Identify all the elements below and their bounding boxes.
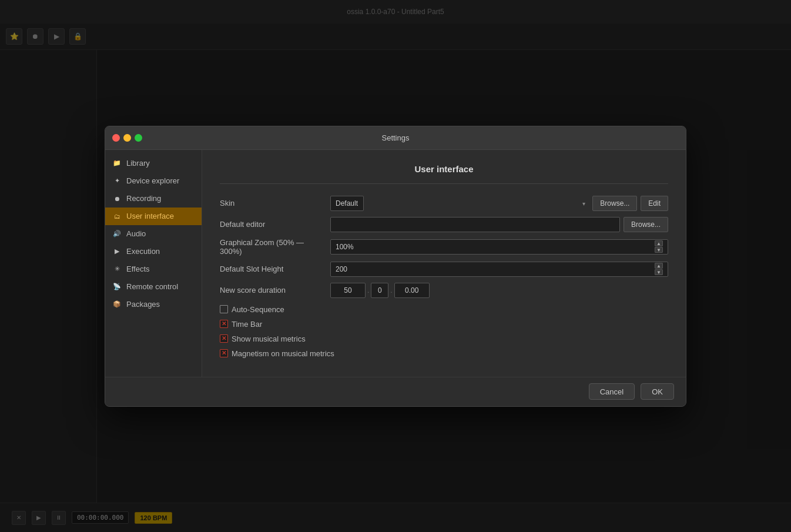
close-button[interactable]	[112, 134, 120, 142]
sidebar-item-execution[interactable]: ▶ Execution	[105, 243, 202, 260]
magnetism-on-musical-metrics-row: ✕ Magnetism on musical metrics	[220, 348, 668, 359]
magnetism-on-musical-metrics-check-mark: ✕	[222, 350, 226, 356]
graphical-zoom-value: 100%	[336, 243, 354, 251]
sidebar-label-user-interface: User interface	[126, 212, 174, 220]
packages-icon: 📦	[112, 300, 122, 309]
remote-control-icon: 📡	[112, 282, 122, 292]
skin-label: Skin	[220, 199, 326, 208]
graphical-zoom-control: 100% ▲ ▼	[330, 239, 668, 255]
duration-sep-2: .	[390, 283, 393, 298]
time-bar-row: ✕ Time Bar	[220, 319, 668, 330]
minimize-button[interactable]	[123, 134, 131, 142]
effects-icon: ✳	[112, 265, 122, 274]
dialog-footer: Cancel OK	[105, 377, 686, 406]
auto-sequence-checkbox[interactable]	[220, 305, 228, 313]
default-slot-height-row: Default Slot Height 200 ▲ ▼	[220, 262, 668, 277]
dialog-titlebar: Settings	[105, 126, 686, 150]
default-slot-height-label: Default Slot Height	[220, 265, 326, 273]
graphical-zoom-up[interactable]: ▲	[655, 240, 663, 246]
dialog-body: 📁 Library ✦ Device explorer ⏺ Recording …	[105, 150, 686, 377]
default-slot-height-arrows: ▲ ▼	[655, 263, 663, 275]
user-interface-icon: 🗂	[112, 212, 122, 221]
auto-sequence-row: Auto-Sequence	[220, 304, 668, 315]
dialog-title: Settings	[382, 133, 410, 142]
sidebar-item-library[interactable]: 📁 Library	[105, 155, 202, 172]
graphical-zoom-arrows: ▲ ▼	[655, 240, 663, 253]
show-musical-metrics-label[interactable]: Show musical metrics	[232, 334, 306, 343]
skin-browse-button[interactable]: Browse...	[592, 196, 637, 211]
default-editor-input[interactable]	[330, 217, 620, 232]
skin-select[interactable]: Default	[330, 196, 364, 211]
cancel-button[interactable]: Cancel	[589, 383, 635, 400]
graphical-zoom-down[interactable]: ▼	[655, 247, 663, 253]
skin-row: Skin Default Browse... Edit	[220, 196, 668, 211]
checkboxes-section: Auto-Sequence ✕ Time Bar ✕ Show musical …	[220, 304, 668, 359]
default-slot-height-down[interactable]: ▼	[655, 269, 663, 275]
sidebar-label-audio: Audio	[126, 229, 146, 238]
device-explorer-icon: ✦	[112, 176, 122, 186]
graphical-zoom-row: Graphical Zoom (50% — 300%) 100% ▲ ▼	[220, 238, 668, 256]
sidebar-item-user-interface[interactable]: 🗂 User interface	[105, 208, 202, 225]
execution-icon: ▶	[112, 247, 122, 256]
default-slot-height-up[interactable]: ▲	[655, 263, 663, 269]
sidebar-label-execution: Execution	[126, 247, 160, 256]
default-slot-height-control: 200 ▲ ▼	[330, 262, 668, 277]
main-content: User interface Skin Default Browse... Ed…	[202, 150, 686, 377]
default-editor-browse-button[interactable]: Browse...	[624, 217, 668, 232]
skin-control: Default Browse... Edit	[330, 196, 668, 211]
skin-edit-button[interactable]: Edit	[641, 196, 668, 211]
dialog-overlay: Settings 📁 Library ✦ Device explorer ⏺ R…	[0, 0, 791, 532]
duration-part-3[interactable]	[394, 283, 430, 298]
sidebar-label-device-explorer: Device explorer	[126, 176, 179, 185]
recording-icon: ⏺	[112, 194, 122, 203]
ok-button[interactable]: OK	[641, 383, 674, 400]
sidebar-item-effects[interactable]: ✳ Effects	[105, 260, 202, 278]
default-editor-row: Default editor Browse...	[220, 217, 668, 232]
duration-sep-1: .	[367, 283, 370, 298]
settings-dialog: Settings 📁 Library ✦ Device explorer ⏺ R…	[105, 126, 686, 407]
show-musical-metrics-checkbox[interactable]: ✕	[220, 334, 228, 343]
sidebar-item-packages[interactable]: 📦 Packages	[105, 296, 202, 313]
show-musical-metrics-row: ✕ Show musical metrics	[220, 333, 668, 344]
sidebar-item-recording[interactable]: ⏺ Recording	[105, 190, 202, 208]
duration-part-2[interactable]	[371, 283, 388, 298]
audio-icon: 🔊	[112, 229, 122, 239]
default-editor-control: Browse...	[330, 217, 668, 232]
default-slot-height-value: 200	[336, 265, 347, 273]
new-score-duration-control: . .	[330, 283, 668, 298]
show-musical-metrics-check-mark: ✕	[222, 336, 226, 342]
maximize-button[interactable]	[135, 134, 142, 142]
sidebar-label-packages: Packages	[126, 300, 160, 309]
section-divider	[220, 183, 668, 184]
sidebar-item-device-explorer[interactable]: ✦ Device explorer	[105, 172, 202, 190]
skin-select-wrapper: Default	[330, 196, 589, 211]
section-title: User interface	[220, 164, 668, 174]
magnetism-on-musical-metrics-checkbox[interactable]: ✕	[220, 349, 228, 357]
default-slot-height-spinner: 200 ▲ ▼	[330, 262, 668, 277]
new-score-duration-label: New score duration	[220, 286, 326, 295]
default-editor-label: Default editor	[220, 220, 326, 229]
sidebar-item-audio[interactable]: 🔊 Audio	[105, 225, 202, 243]
time-bar-check-mark: ✕	[222, 321, 226, 327]
duration-inputs: . .	[330, 283, 668, 298]
auto-sequence-label[interactable]: Auto-Sequence	[232, 305, 284, 314]
sidebar-label-library: Library	[126, 159, 150, 168]
sidebar-label-remote-control: Remote control	[126, 282, 178, 291]
library-icon: 📁	[112, 159, 122, 168]
magnetism-on-musical-metrics-label[interactable]: Magnetism on musical metrics	[232, 349, 334, 358]
time-bar-label[interactable]: Time Bar	[232, 320, 262, 329]
graphical-zoom-label: Graphical Zoom (50% — 300%)	[220, 238, 326, 256]
new-score-duration-row: New score duration . .	[220, 283, 668, 298]
sidebar-label-effects: Effects	[126, 265, 150, 273]
traffic-lights	[112, 134, 142, 142]
settings-sidebar: 📁 Library ✦ Device explorer ⏺ Recording …	[105, 150, 202, 377]
duration-part-1[interactable]	[330, 283, 366, 298]
sidebar-label-recording: Recording	[126, 194, 161, 203]
graphical-zoom-spinner: 100% ▲ ▼	[330, 239, 668, 255]
sidebar-item-remote-control[interactable]: 📡 Remote control	[105, 278, 202, 296]
time-bar-checkbox[interactable]: ✕	[220, 320, 228, 328]
